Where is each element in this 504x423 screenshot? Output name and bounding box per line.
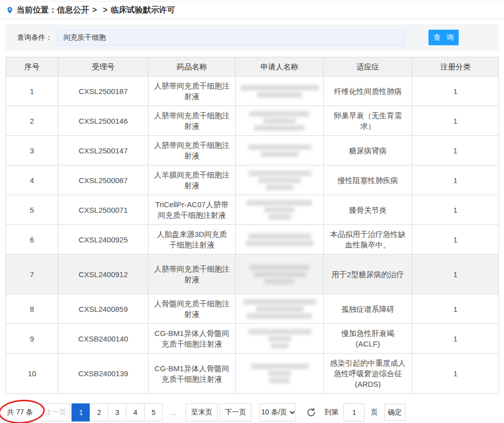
acceptance-no-cell: CXSL2500187	[58, 76, 149, 106]
indication-cell: 慢性阻塞性肺疾病	[324, 165, 412, 195]
redaction-blur-bar	[248, 171, 311, 176]
table-row: 5CXSL2500071TriCellPr-AC07人脐带 间充质干细胞注射液膝…	[6, 195, 499, 225]
category-cell: 1	[412, 354, 499, 394]
acceptance-no-cell: CXSL2500087	[58, 165, 149, 195]
drug-name-cell: TriCellPr-AC07人脐带 间充质干细胞注射液	[149, 195, 236, 225]
redaction-blur	[241, 200, 318, 220]
indication-cell: 孤独症谱系障碍	[324, 294, 412, 324]
table-row: 4CXSL2500087人羊膜间充质干细胞注 射液慢性阻塞性肺疾病1	[6, 165, 499, 195]
applicant-cell-redacted	[236, 76, 324, 106]
serial-cell: 4	[6, 165, 58, 195]
category-cell: 1	[412, 76, 499, 106]
redaction-blur	[241, 265, 318, 284]
column-header-indication: 适应症	[324, 57, 412, 76]
acceptance-no-cell: CXSB2400139	[58, 354, 149, 394]
redaction-blur-bar	[248, 233, 311, 239]
redaction-blur	[241, 144, 318, 157]
acceptance-no-cell: CXSL2400859	[58, 294, 149, 324]
serial-cell: 2	[6, 106, 58, 136]
redaction-blur-bar	[271, 343, 289, 349]
page-button-4[interactable]: 4	[126, 403, 145, 421]
indication-cell: 膝骨关节炎	[324, 195, 412, 225]
table-row: 8CXSL2400859人骨髓间充质干细胞注 射液孤独症谱系障碍1	[6, 294, 499, 324]
applicant-cell-redacted	[236, 165, 324, 195]
redaction-blur	[241, 85, 318, 98]
pagination-bar: 共 77 条 上一页 12345 ... 至末页 下一页 10 条/页 到第 页…	[6, 403, 504, 421]
redaction-blur-bar	[249, 265, 310, 270]
table-row: 7CXSL2400912人脐带间充质干细胞注 射液用于2型糖尿病的治疗1	[6, 255, 499, 294]
acceptance-no-cell: CXSB2400140	[58, 324, 149, 354]
breadcrumb-current: 临床试验默示许可	[111, 5, 175, 16]
redaction-blur-bar	[249, 111, 310, 117]
column-header-acceptance-no: 受理号	[58, 57, 149, 76]
applicant-cell-redacted	[236, 136, 324, 165]
breadcrumb: 当前位置： 信息公开 > > 临床试验默示许可	[0, 2, 504, 19]
goto-page-input[interactable]	[343, 403, 365, 421]
redaction-blur-bar	[269, 378, 290, 383]
redaction-blur-bar	[268, 336, 291, 342]
table-row: 2CXSL2500146人脐带间充质干细胞注 射液卵巢早衰（无生育需 求）1	[6, 106, 499, 136]
serial-cell: 7	[6, 255, 58, 294]
table-row: 6CXSL2400925人胎盘来源3D间充质 干细胞注射液本品拟用于治疗急性缺 …	[6, 225, 499, 255]
column-header-category: 注册分类	[412, 57, 499, 76]
applicant-cell-redacted	[236, 294, 324, 324]
redaction-blur-bar	[248, 144, 311, 150]
page-ellipsis[interactable]: ...	[163, 408, 184, 416]
redaction-blur	[241, 364, 318, 383]
next-page-button[interactable]: 下一页	[220, 403, 251, 421]
category-cell: 1	[412, 225, 499, 255]
table-header-row: 序号 受理号 药品名称 申请人名称 适应症 注册分类	[6, 57, 499, 76]
refresh-icon[interactable]	[306, 407, 317, 418]
confirm-button[interactable]: 确定	[384, 404, 405, 421]
redaction-blur-bar	[256, 306, 304, 312]
search-input[interactable]	[57, 29, 405, 46]
indication-cell: 纤维化性间质性肺病	[324, 76, 412, 106]
results-table: 序号 受理号 药品名称 申请人名称 适应症 注册分类 1CXSL2500187人…	[6, 57, 499, 394]
category-cell: 1	[412, 195, 499, 225]
drug-name-cell: 人脐带间充质干细胞注 射液	[149, 136, 236, 165]
drug-name-cell: 人脐带间充质干细胞注 射液	[149, 76, 236, 106]
indication-cell: 本品拟用于治疗急性缺 血性脑卒中。	[324, 225, 412, 255]
applicant-cell-redacted	[236, 354, 324, 394]
redaction-blur-bar	[253, 272, 306, 277]
drug-name-cell: 人骨髓间充质干细胞注 射液	[149, 294, 236, 324]
redaction-blur-bar	[266, 185, 294, 190]
column-header-drug-name: 药品名称	[149, 57, 236, 76]
drug-name-cell: CG-BM1异体人骨髓间 充质干细胞注射液	[149, 354, 236, 394]
acceptance-no-cell: CXSL2500071	[58, 195, 149, 225]
last-page-button[interactable]: 至末页	[186, 403, 218, 421]
redaction-blur-bar	[264, 207, 295, 213]
breadcrumb-separator: >	[103, 6, 107, 15]
acceptance-no-cell: CXSL2400925	[58, 225, 149, 255]
acceptance-no-cell: CXSL2500146	[58, 106, 149, 136]
table-row: 1CXSL2500187人脐带间充质干细胞注 射液纤维化性间质性肺病1	[6, 76, 499, 106]
breadcrumb-section[interactable]: 信息公开	[57, 5, 89, 16]
search-button[interactable]: 查 询	[428, 30, 459, 45]
breadcrumb-separator: >	[92, 6, 97, 15]
page-size-select[interactable]: 10 条/页	[259, 403, 296, 421]
applicant-cell-redacted	[236, 324, 324, 354]
page-button-5[interactable]: 5	[144, 403, 163, 421]
redaction-blur-bar	[268, 214, 291, 220]
serial-cell: 3	[6, 136, 58, 165]
redaction-blur-bar	[258, 178, 301, 183]
redaction-blur	[241, 111, 318, 131]
redaction-blur	[241, 233, 318, 246]
indication-cell: 慢加急性肝衰竭 (ACLF)	[324, 324, 412, 354]
redaction-blur	[241, 329, 318, 349]
search-label: 查询条件：	[17, 33, 52, 42]
table-row: 3CXSL2500147人脐带间充质干细胞注 射液糖尿病肾病1	[6, 136, 499, 165]
page-button-3[interactable]: 3	[108, 403, 126, 421]
page-number-buttons: 12345	[71, 403, 163, 421]
redaction-blur-bar	[248, 329, 311, 334]
page-button-2[interactable]: 2	[90, 403, 108, 421]
page-button-1[interactable]: 1	[71, 403, 90, 421]
prev-page-button[interactable]: 上一页	[41, 403, 70, 421]
indication-cell: 糖尿病肾病	[324, 136, 412, 165]
applicant-cell-redacted	[236, 225, 324, 255]
redaction-blur-bar	[254, 125, 305, 131]
chevron-down-icon	[290, 409, 295, 414]
location-pin-icon	[6, 6, 14, 15]
goto-unit-label: 页	[371, 408, 378, 417]
indication-cell: 卵巢早衰（无生育需 求）	[324, 106, 412, 136]
